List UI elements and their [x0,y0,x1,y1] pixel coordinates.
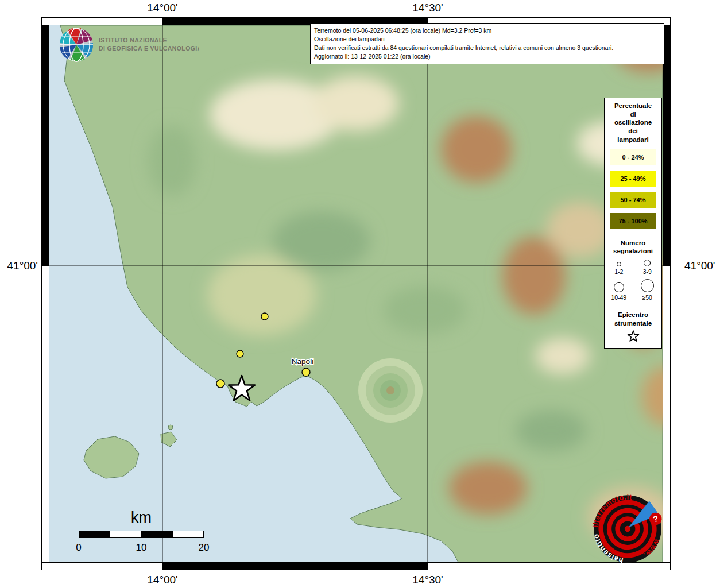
axis-label-bottom-14-30: 14°30' [412,574,443,586]
legend-title-line: oscillazione [605,118,661,127]
legend-title: Percentuale di oscillazione dei lampadar… [605,102,661,144]
terrain-map: Napoli [49,25,663,562]
felt-report-dot [302,368,310,376]
axis-label-top-14-30: 14°30' [412,2,443,14]
signal-size-label: 3-9 [643,268,652,275]
event-updated: Aggiornato il: 13-12-2025 01:22 (ora loc… [314,52,660,61]
legend-title-line: di [605,110,661,119]
ingv-name-line1: ISTITUTO NAZIONALE [99,37,167,44]
signal-circle-icon [641,279,654,292]
islet [168,425,173,430]
signals-title-line: Numero [605,239,661,247]
event-disclaimer: Dati non verificati estratti da 84 quest… [314,44,660,52]
axis-label-top-14-00: 14°00' [147,2,178,14]
signal-size-3-9: 3-9 [634,260,660,275]
scalebar [79,531,204,538]
legend-panel: Percentuale di oscillazione dei lampadar… [604,98,662,349]
signal-size-10-49: 10-49 [606,282,632,301]
signal-size-label: ≥50 [642,294,652,301]
legend-swatch-25-49: 25 - 49% [610,171,656,187]
signals-section: Numero segnalazioni 1-2 3-9 10-49 [605,235,661,301]
scalebar-segment [142,531,173,537]
signal-circle-icon [617,262,621,266]
frame-bottom-middle [162,562,428,570]
signal-size-1-2: 1-2 [606,262,632,275]
ingv-name-line2: DI GEOFISICA E VULCANOLOGIA [99,45,199,52]
legend-title-line: Percentuale [605,102,661,110]
scalebar-label-0: 0 [67,542,90,554]
legend-title-line: lampadari [605,136,661,144]
epicenter-section: Epicentro strumentale [605,307,661,343]
ingv-globe-icon [60,28,93,61]
ingv-logo: ISTITUTO NAZIONALE DI GEOFISICA E VULCAN… [55,25,199,65]
city-label-napoli: Napoli [292,357,313,366]
signal-circle-icon [644,260,651,266]
signal-size-label: 10-49 [611,294,626,301]
signals-title-line: segnalazioni [605,247,661,256]
epicenter-title-line: strumentale [605,319,661,328]
legend-swatch-75-100: 75 - 100% [610,213,656,229]
axis-label-right-41-00: 41°00' [684,260,715,272]
felt-report-map-page: Napoli 14°00' 14°30' 14°00' 14°30' 41°00… [0,0,720,588]
legend-title-line: dei [605,127,661,136]
signal-size-label: 1-2 [614,268,623,275]
frame-left-lower [41,266,49,570]
frame-bottom-left [41,562,163,570]
epicenter-title-line: Epicentro [605,311,661,319]
legend-swatch-50-74: 50 - 74% [610,192,656,208]
legend-epicenter-star-icon [626,328,641,343]
vesuvius-cone [358,358,423,423]
scalebar-segment [79,531,110,537]
scalebar-label-20: 20 [192,542,215,554]
scalebar-segment [173,531,203,537]
axis-label-bottom-14-00: 14°00' [147,574,178,586]
scalebar-unit: km [107,509,176,527]
event-summary: Terremoto del 05-06-2025 06:48:25 (ora l… [314,26,660,35]
frame-top-left [41,17,163,25]
scalebar-segment [110,531,141,537]
frame-left-upper [41,17,49,266]
event-info-box: Terremoto del 05-06-2025 06:48:25 (ora l… [310,23,664,64]
legend-swatch-0-24: 0 - 24% [610,149,656,165]
axis-label-left-41-00: 41°00' [1,260,38,272]
event-effect: Oscillazione dei lampadari [314,35,660,44]
signal-size-50plus: ≥50 [634,279,660,301]
haisentitoilterremoto-logo: ? haisentito ilterremoto.it www. [589,490,666,567]
felt-report-dot [261,313,268,320]
felt-report-dot [237,350,243,357]
scalebar-label-10: 10 [130,542,153,554]
signal-circle-icon [614,282,624,292]
felt-report-dot [216,380,224,388]
